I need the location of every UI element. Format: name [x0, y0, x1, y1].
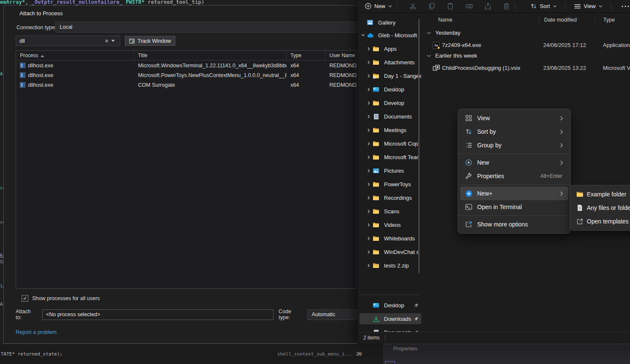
file-row-7z[interactable]: 7z 7z2409-x64.exe 24/06/2025 17:12 Appli…: [423, 40, 630, 51]
rename-icon[interactable]: A: [465, 3, 473, 10]
checkbox-checked[interactable]: ✓: [22, 295, 28, 302]
column-type[interactable]: Type: [603, 17, 615, 23]
sidebar-item-meetings[interactable]: Meetings: [359, 124, 421, 135]
chevron-right-icon[interactable]: [365, 88, 372, 91]
menu-item-sort-by[interactable]: Sort by: [460, 125, 568, 138]
chevron-down-icon[interactable]: [427, 55, 431, 57]
sidebar-scrollbar[interactable]: [418, 19, 420, 273]
group-header-yesterday[interactable]: Yesterday: [427, 30, 461, 36]
codelens-count[interactable]: 20: [356, 351, 362, 357]
sidebar-item-pictures[interactable]: Pictures: [359, 165, 421, 176]
chevron-right-icon[interactable]: [365, 196, 372, 200]
chevron-right-icon[interactable]: [365, 74, 372, 78]
sidebar-item-powertoys[interactable]: PowerToys: [359, 179, 421, 190]
chevron-right-icon[interactable]: [365, 210, 372, 213]
new-button[interactable]: New: [365, 3, 392, 9]
column-date-modified[interactable]: Date modified: [544, 17, 577, 23]
sidebar-item-videos[interactable]: Videos: [359, 219, 421, 230]
sidebar-item-gallery[interactable]: Gallery: [359, 17, 421, 28]
chevron-right-icon[interactable]: [365, 264, 372, 267]
process-filter-input[interactable]: dll ✕: [16, 36, 120, 46]
show-all-users-checkbox-row[interactable]: ✓ Show processes for all users: [22, 295, 100, 302]
sidebar-item-desktop[interactable]: Desktop: [359, 84, 421, 95]
connection-type-select[interactable]: Local: [55, 22, 357, 33]
menu-item-new-plus[interactable]: New+: [460, 187, 568, 200]
sidebar-item-whiteboards[interactable]: Whiteboards: [359, 233, 421, 244]
cut-icon[interactable]: [409, 3, 417, 10]
sidebar-pinned-desktop[interactable]: Desktop: [359, 300, 421, 311]
chevron-right-icon[interactable]: [365, 237, 372, 240]
chevron-right-icon[interactable]: [365, 128, 372, 132]
sidebar-item-apps[interactable]: Apps: [359, 43, 421, 54]
chevron-down-icon[interactable]: [427, 32, 431, 34]
column-title[interactable]: Title: [134, 51, 287, 60]
sidebar-item-day1[interactable]: Day 1 - Sangee: [359, 70, 421, 81]
submenu-item-example-folder[interactable]: Example folder: [572, 188, 630, 201]
chevron-right-icon: [560, 116, 563, 121]
copy-icon[interactable]: [428, 3, 435, 10]
group-list-icon: [460, 142, 477, 149]
column-type[interactable]: Type: [287, 51, 326, 60]
process-row[interactable]: dllhost.exe Microsoft.WindowsTerminal_1.…: [16, 61, 356, 70]
chevron-right-icon[interactable]: [365, 250, 372, 254]
delete-icon[interactable]: [503, 3, 510, 10]
column-name[interactable]: Name: [438, 17, 452, 23]
process-table-header[interactable]: Process Title Type User Name: [16, 51, 356, 61]
track-window-button[interactable]: Track Window: [125, 36, 175, 46]
code-type-select[interactable]: Automatic: [307, 309, 357, 320]
sidebar-item-onedrive[interactable]: Gleb - Microsoft: [359, 30, 421, 41]
file-row-vsix[interactable]: ChildProcessDebugging (1).vsix 23/06/202…: [423, 63, 630, 74]
plus-circle-icon: [460, 159, 477, 166]
filter-dropdown-icon[interactable]: [111, 40, 120, 42]
process-icon: [20, 82, 25, 88]
menu-item-group-by[interactable]: Group by: [460, 138, 568, 152]
sidebar-item-develop[interactable]: Develop: [359, 97, 421, 108]
chevron-right-icon[interactable]: [365, 142, 372, 146]
sidebar-pinned-documents[interactable]: Documents: [359, 327, 421, 332]
more-options-icon[interactable]: [622, 6, 629, 7]
attach-to-field[interactable]: <No process selected>: [42, 309, 274, 320]
column-user-name[interactable]: User Name: [326, 51, 357, 60]
sidebar-item-attachments[interactable]: Attachments: [359, 57, 421, 68]
chevron-right-icon[interactable]: [365, 115, 372, 119]
share-icon[interactable]: [484, 3, 492, 10]
view-button[interactable]: View: [574, 3, 602, 9]
toolbar-divider: [397, 3, 398, 10]
group-header-earlier-this-week[interactable]: Earlier this week: [427, 52, 477, 59]
chevron-right-icon: [560, 160, 563, 165]
submenu-item-open-templates[interactable]: Open templates: [572, 215, 630, 228]
chevron-expanded-icon[interactable]: [359, 34, 366, 36]
codelens-reference[interactable]: shell_context_sub_menu_i... 26: [277, 351, 362, 357]
menu-item-properties[interactable]: Properties Alt+Enter: [460, 169, 568, 183]
clear-filter-icon[interactable]: ✕: [102, 38, 111, 44]
column-process[interactable]: Process: [16, 51, 134, 60]
menu-item-open-in-terminal[interactable]: Open in Terminal: [460, 200, 568, 214]
chevron-right-icon[interactable]: [365, 169, 372, 173]
report-a-problem-link[interactable]: Report a problem: [16, 329, 57, 335]
sort-button[interactable]: Sort: [531, 3, 557, 9]
menu-item-view[interactable]: View: [460, 111, 568, 125]
chevron-right-icon[interactable]: [365, 47, 372, 51]
sidebar-item-microsoft-cop[interactable]: Microsoft Cop: [359, 138, 421, 149]
sidebar-item-recordings[interactable]: Recordings: [359, 192, 421, 203]
chevron-right-icon[interactable]: [365, 101, 372, 105]
track-window-icon: [129, 38, 135, 44]
process-row[interactable]: dllhost.exe COM Surrogate x64 REDMOND: [16, 80, 356, 90]
sidebar-pinned-downloads[interactable]: Downloads: [359, 313, 421, 324]
chevron-right-icon[interactable]: [365, 61, 372, 64]
chevron-right-icon[interactable]: [365, 182, 372, 186]
zip-folder-icon: [372, 263, 380, 268]
process-row[interactable]: dllhost.exe Microsoft.PowerToys.NewPlusC…: [16, 70, 356, 80]
chevron-right-icon[interactable]: [365, 223, 372, 227]
sidebar-item-scans[interactable]: Scans: [359, 206, 421, 217]
sidebar-item-tests-zip[interactable]: tests 2.zip: [359, 260, 421, 271]
menu-item-show-more-options[interactable]: Show more options: [460, 218, 568, 231]
filter-value[interactable]: dll: [16, 38, 102, 44]
sidebar-item-documents[interactable]: Documents: [359, 111, 421, 122]
sidebar-item-microsoft-tear[interactable]: Microsoft Tear: [359, 152, 421, 163]
chevron-right-icon[interactable]: [365, 155, 372, 159]
paste-icon[interactable]: [447, 3, 454, 10]
sidebar-item-windevchat[interactable]: WinDevChat c: [359, 246, 421, 257]
submenu-item-any-files[interactable]: Any files or folde: [572, 201, 630, 215]
menu-item-new[interactable]: New: [460, 156, 568, 169]
